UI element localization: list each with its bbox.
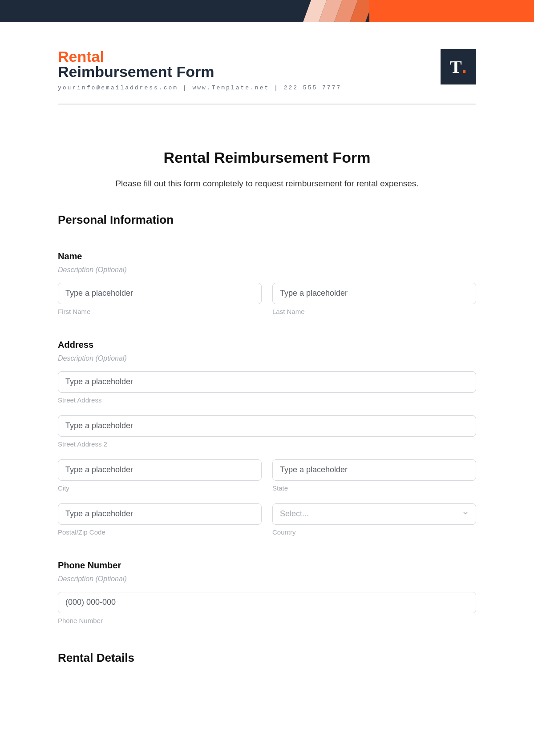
top-bar	[0, 0, 534, 22]
letterhead: Rental Reimbursement Form yourinfo@email…	[58, 49, 476, 91]
phone-number-input[interactable]	[58, 592, 476, 613]
country-sublabel: Country	[272, 528, 476, 536]
brand-line-2: Reimbursement Form	[58, 64, 341, 80]
contact-info: yourinfo@emailaddress.com | www.Template…	[58, 84, 341, 91]
address-group: Address Description (Optional) Street Ad…	[58, 340, 476, 536]
top-bar-accent	[329, 0, 534, 22]
last-name-input[interactable]	[272, 283, 476, 304]
section-rental-details: Rental Details	[58, 651, 476, 665]
name-group: Name Description (Optional) First Name L…	[58, 251, 476, 315]
name-label: Name	[58, 251, 476, 261]
country-select-value: Select...	[280, 509, 309, 519]
phone-group: Phone Number Description (Optional) Phon…	[58, 560, 476, 624]
postal-code-input[interactable]	[58, 503, 262, 525]
chevron-down-icon	[462, 509, 469, 519]
address-label: Address	[58, 340, 476, 350]
logo-dot: .	[462, 57, 467, 77]
phone-description: Description (Optional)	[58, 575, 476, 583]
city-sublabel: City	[58, 484, 262, 492]
section-personal-information: Personal Information	[58, 213, 476, 227]
form-title: Rental Reimbursement Form	[58, 149, 476, 166]
country-select[interactable]: Select...	[272, 503, 476, 525]
street-address-input[interactable]	[58, 371, 476, 393]
state-sublabel: State	[272, 484, 476, 492]
phone-label: Phone Number	[58, 560, 476, 571]
last-name-sublabel: Last Name	[272, 308, 476, 315]
header-divider	[58, 104, 476, 105]
street-address-2-sublabel: Street Address 2	[58, 440, 476, 448]
first-name-sublabel: First Name	[58, 308, 262, 315]
brand-line-1: Rental	[58, 49, 341, 64]
state-input[interactable]	[272, 459, 476, 481]
logo-letter: T	[450, 56, 462, 77]
form-intro: Please fill out this form completely to …	[58, 179, 476, 189]
city-input[interactable]	[58, 459, 262, 481]
name-description: Description (Optional)	[58, 266, 476, 274]
phone-number-sublabel: Phone Number	[58, 617, 476, 624]
street-address-sublabel: Street Address	[58, 396, 476, 404]
first-name-input[interactable]	[58, 283, 262, 304]
logo: T.	[441, 49, 476, 84]
postal-code-sublabel: Postal/Zip Code	[58, 528, 262, 536]
address-description: Description (Optional)	[58, 354, 476, 362]
street-address-2-input[interactable]	[58, 415, 476, 437]
